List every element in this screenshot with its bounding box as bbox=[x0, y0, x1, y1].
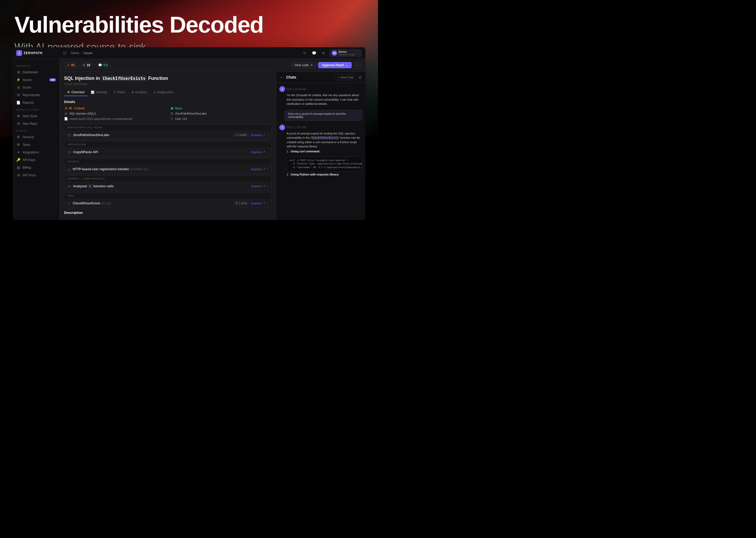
user-menu[interactable]: RK Demo Raphael Karger ⌄ bbox=[329, 49, 362, 57]
sidebar-label-api-keys: API Keys bbox=[23, 158, 35, 162]
repo-icon-2: ◎ bbox=[68, 133, 71, 137]
alert-icon: ⚠ bbox=[67, 63, 70, 67]
sidebar-label-repositories: Repositories bbox=[23, 93, 40, 97]
sidebar-item-dashboard[interactable]: ⊞ Dashboard bbox=[13, 68, 60, 76]
repo-cards: REPOSITORY FULL SCAN ◎ ZeroPathAI/secDev… bbox=[64, 124, 272, 208]
repo-name-2: CopyNPaste API bbox=[73, 150, 249, 154]
sidebar-section-quick-actions: QUICK ACTIONS bbox=[13, 106, 60, 112]
logo-area: Z ZEROPATH bbox=[16, 50, 58, 56]
hero-title: Vulnerabilities Decoded bbox=[15, 13, 263, 36]
explorer-link-1[interactable]: Explorer ↗ bbox=[251, 133, 265, 136]
chat-back-button[interactable]: ← bbox=[280, 75, 284, 80]
chat-panel: ← Chats + New Chat 🗑 Z F bbox=[276, 72, 365, 220]
repo-detail: ⊟ ZeroPathAI/secDevLabs bbox=[170, 112, 272, 115]
notifications-icon[interactable]: ⟳ bbox=[301, 49, 308, 57]
more-options-button[interactable]: ··· bbox=[354, 62, 361, 69]
repo-card-source: SOURCE ◬ HTTP-based user registration ha… bbox=[64, 158, 272, 174]
repo-card-body-3: ◬ HTTP-based user registration handler (… bbox=[64, 164, 271, 174]
tab-diagnostics-label: Diagnostics bbox=[157, 90, 173, 94]
view-code-button[interactable]: View code ↗ bbox=[291, 62, 316, 69]
tab-analysis[interactable]: ⊕ Analysis bbox=[128, 89, 150, 96]
sidebar-label-dashboard: Dashboard bbox=[23, 71, 38, 74]
chevron-right-icon-5[interactable]: › bbox=[267, 201, 268, 205]
tab-severity[interactable]: 📊 Severity bbox=[88, 89, 110, 96]
critical-score-value: 95 bbox=[71, 63, 74, 67]
sidebar-item-integrations[interactable]: ✦ Integrations bbox=[13, 148, 60, 156]
sidebar-item-repositories[interactable]: ⊟ Repositories bbox=[13, 91, 60, 99]
sidebar-label-billing: Billing bbox=[23, 166, 31, 169]
chat-icon[interactable]: 💬 bbox=[310, 49, 318, 57]
api-docs-icon: ⊟ bbox=[16, 173, 21, 177]
issue-toolbar: ⚠ 95 ⚙ 10 💬 9.5 View code ↗ Approve Pa bbox=[60, 59, 365, 72]
sidebar-item-new-repo[interactable]: ⊟ New Repo bbox=[13, 120, 60, 128]
breadcrumb-separator: › bbox=[81, 51, 82, 55]
sidebar-item-start-scan[interactable]: ⊕ Start Scan bbox=[13, 112, 60, 120]
approve-patch-button[interactable]: Approve Patch ⌄ bbox=[318, 62, 352, 68]
explorer-link-3[interactable]: Explorer ↗ bbox=[251, 167, 265, 171]
trash-icon[interactable]: 🗑 bbox=[358, 76, 362, 79]
issue-title: SQL Injection in CheckIfUserExists Funct… bbox=[64, 76, 272, 81]
bot-avatar-1: Z bbox=[279, 86, 285, 92]
top-bar: Z ZEROPATH ⊟ Demo › Issues ⟳ 💬 ⚙ RK Demo… bbox=[13, 47, 365, 59]
sidebar-item-team[interactable]: ⚙ Team bbox=[13, 141, 60, 148]
repo-icon: ⊟ bbox=[170, 112, 174, 115]
overview-tab-icon: 👁 bbox=[67, 91, 70, 94]
settings-icon[interactable]: ⚙ bbox=[320, 49, 327, 57]
line-value: Line: 111 bbox=[175, 117, 187, 120]
external-icon-2: ↗ bbox=[263, 150, 265, 154]
branch-badge: ⎇ master bbox=[233, 133, 249, 137]
repo-name-5: CheckIfUserExists (db.go) bbox=[73, 201, 231, 205]
external-icon-3: ↗ bbox=[263, 167, 265, 171]
numbered-item-2: 2. Using Python with requests library: bbox=[279, 173, 362, 176]
sidebar-item-issues[interactable]: ⚡ Issues 190 bbox=[13, 76, 60, 83]
billing-icon: ▤ bbox=[16, 166, 21, 169]
user-name: Demo bbox=[339, 50, 355, 53]
sidebar-item-api-docs[interactable]: ⊟ API Docs bbox=[13, 171, 60, 179]
dashboard-icon: ⊞ bbox=[16, 70, 21, 74]
diagnostics-tab-icon: ◎ bbox=[153, 91, 156, 94]
severity-detail: ⚠ 95 - Critical bbox=[64, 106, 166, 110]
api-keys-icon: 🔑 bbox=[16, 158, 21, 162]
sidebar-label-scans: Scans bbox=[23, 86, 31, 89]
analysis-tab-icon: ⊕ bbox=[131, 91, 134, 94]
tab-diagnostics[interactable]: ◎ Diagnostics bbox=[150, 89, 177, 96]
settings-score-badge: ⚙ 10 bbox=[79, 62, 93, 68]
tab-overview[interactable]: 👁 Overview bbox=[64, 89, 88, 96]
chevron-right-icon-4[interactable]: › bbox=[267, 185, 268, 188]
msg-text-2: A proof of concept exploit for testing t… bbox=[279, 131, 362, 149]
explorer-link-4[interactable]: Explorer ↗ bbox=[251, 185, 265, 188]
repo-card-body-4: ⇄ Analyzed 3 function calls Explorer ↗ › bbox=[64, 182, 271, 191]
sidebar-section-config: CONFIG bbox=[13, 128, 60, 133]
tab-analysis-label: Analysis bbox=[135, 90, 147, 94]
breadcrumb-parent: Demo bbox=[71, 51, 79, 55]
source-icon: ◬ bbox=[68, 167, 71, 172]
issue-count-val: 1 issue bbox=[239, 202, 247, 205]
new-chat-button[interactable]: + New Chat bbox=[335, 74, 356, 80]
top-bar-actions: ⟳ 💬 ⚙ RK Demo Raphael Karger ⌄ bbox=[301, 49, 362, 57]
chevron-right-icon-2[interactable]: › bbox=[267, 150, 268, 154]
breadcrumb: Demo › Issues bbox=[71, 51, 299, 55]
start-scan-icon: ⊕ bbox=[16, 114, 21, 118]
file-path-value: owasp-top10-2021-apps/a3/copy-n-paste/ap… bbox=[69, 117, 132, 120]
sidebar-item-reports[interactable]: 📄 Reports bbox=[13, 99, 60, 106]
sidebar-item-scans[interactable]: ◎ Scans bbox=[13, 83, 60, 91]
sidebar: GENERAL ⊞ Dashboard ⚡ Issues 190 ◎ Scans… bbox=[13, 59, 60, 220]
issues-icon: ⚡ bbox=[16, 78, 21, 82]
chevron-right-icon-3[interactable]: › bbox=[267, 167, 268, 171]
sidebar-label-start-scan: Start Scan bbox=[23, 114, 37, 118]
sink-icon: ▽ bbox=[68, 201, 71, 206]
sidebar-item-billing[interactable]: ▤ Billing bbox=[13, 164, 60, 171]
team-icon: ⚙ bbox=[16, 143, 21, 146]
repo-card-header-2: APPLICATION bbox=[64, 141, 271, 147]
issue-count-badge: ⚙ 1 issue bbox=[233, 201, 249, 205]
line-detail: ≡ Line: 111 bbox=[170, 117, 272, 121]
sidebar-toggle[interactable]: ⊟ bbox=[61, 49, 68, 57]
explorer-link-2[interactable]: Explorer ↗ bbox=[251, 150, 265, 154]
tab-patch[interactable]: ✦ Patch bbox=[110, 89, 128, 96]
explorer-link-5[interactable]: Explorer ↗ bbox=[251, 201, 265, 205]
sidebar-item-general[interactable]: ⚙ General bbox=[13, 133, 60, 141]
chevron-down-icon: ⌄ bbox=[357, 51, 359, 55]
repo-card-application: APPLICATION ◎ CopyNPaste API Explorer ↗ … bbox=[64, 141, 272, 157]
chevron-right-icon-1[interactable]: › bbox=[267, 133, 268, 137]
sidebar-item-api-keys[interactable]: 🔑 API Keys bbox=[13, 156, 60, 164]
